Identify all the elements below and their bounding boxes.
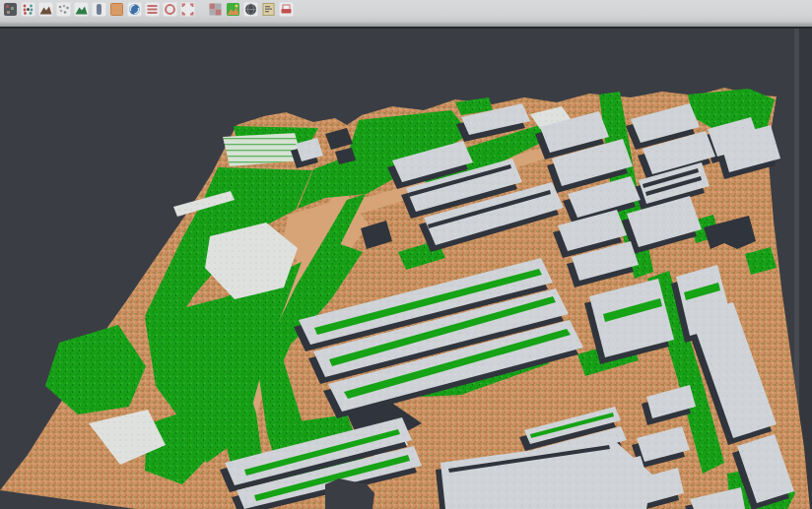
- layers-icon[interactable]: [145, 2, 160, 17]
- application-window: [0, 0, 812, 509]
- classification-icon[interactable]: [21, 2, 35, 17]
- flatten-icon[interactable]: [279, 2, 294, 17]
- point-cloud-icon[interactable]: [3, 2, 18, 17]
- greenhouses: [223, 133, 303, 166]
- target-icon[interactable]: [163, 2, 177, 17]
- measure-icon[interactable]: [261, 2, 276, 17]
- toolbar: [0, 0, 812, 29]
- points-icon[interactable]: [56, 2, 71, 17]
- dsm-icon[interactable]: [74, 2, 89, 17]
- terrain-icon[interactable]: [38, 2, 53, 17]
- selection-icon[interactable]: [180, 2, 195, 17]
- orbit-icon[interactable]: [127, 2, 142, 17]
- point-cloud-scene[interactable]: [0, 0, 812, 509]
- orthophoto-icon[interactable]: [226, 2, 240, 17]
- texture-icon[interactable]: [208, 2, 223, 17]
- profile-icon[interactable]: [92, 2, 106, 17]
- globe-icon[interactable]: [243, 2, 258, 17]
- clip-box-icon[interactable]: [109, 2, 124, 17]
